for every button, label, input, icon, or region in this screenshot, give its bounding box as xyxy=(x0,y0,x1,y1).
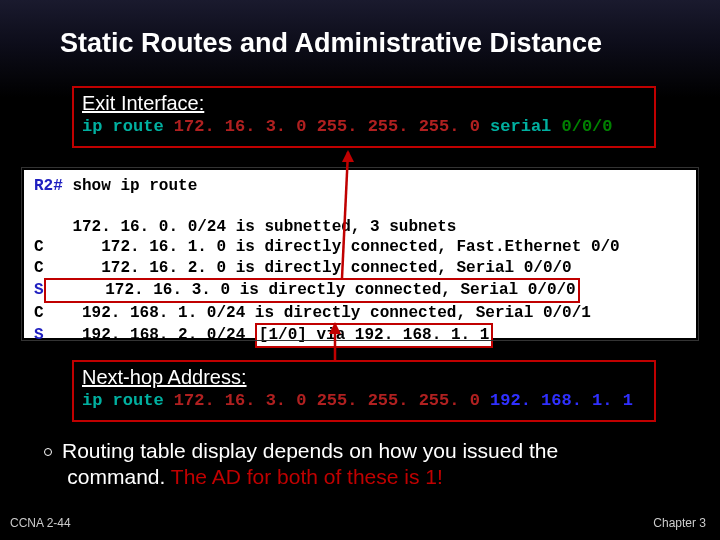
term-s2-code: S xyxy=(34,326,44,344)
cmd-serial-word: serial xyxy=(490,117,551,136)
footer-right: Chapter 3 xyxy=(653,516,706,530)
term-s2-via-highlight: [1/0] via 192. 168. 1. 1 xyxy=(255,323,493,347)
cmd-ip-route-2: ip route xyxy=(82,391,174,410)
bullet-icon xyxy=(44,448,52,456)
svg-marker-1 xyxy=(342,150,354,162)
term-prompt: R2# xyxy=(34,177,72,195)
term-show-cmd: show ip route xyxy=(72,177,197,195)
bullet-line2a: command. xyxy=(67,465,171,488)
terminal-output: R2# show ip route 172. 16. 0. 0/24 is su… xyxy=(22,168,698,340)
term-c2: C 172. 16. 2. 0 is directly connected, S… xyxy=(34,259,572,277)
cmd-dest-2: 172. 16. 3. 0 255. 255. 255. 0 xyxy=(174,391,490,410)
next-hop-label: Next-hop Address: xyxy=(82,366,646,389)
cmd-serial-val: 0/0/0 xyxy=(551,117,612,136)
cmd-nexthop-addr: 192. 168. 1. 1 xyxy=(490,391,633,410)
term-subnetted: 172. 16. 0. 0/24 is subnetted, 3 subnets xyxy=(34,218,456,236)
exit-interface-label: Exit Interface: xyxy=(82,92,646,115)
term-c3: C 192. 168. 1. 0/24 is directly connecte… xyxy=(34,304,591,322)
cmd-dest: 172. 16. 3. 0 255. 255. 255. 0 xyxy=(174,117,490,136)
bullet-ad-text: The AD for both of these is 1! xyxy=(171,465,443,488)
exit-interface-cmd: ip route 172. 16. 3. 0 255. 255. 255. 0 … xyxy=(82,117,646,136)
bullet-text: Routing table display depends on how you… xyxy=(44,438,684,491)
term-c1: C 172. 16. 1. 0 is directly connected, F… xyxy=(34,238,620,256)
page-title: Static Routes and Administrative Distanc… xyxy=(0,0,720,59)
next-hop-cmd: ip route 172. 16. 3. 0 255. 255. 255. 0 … xyxy=(82,391,646,410)
cmd-ip-route: ip route xyxy=(82,117,174,136)
term-s1-code: S xyxy=(34,281,44,299)
footer-left: CCNA 2-44 xyxy=(10,516,71,530)
exit-interface-box: Exit Interface: ip route 172. 16. 3. 0 2… xyxy=(72,86,656,148)
next-hop-box: Next-hop Address: ip route 172. 16. 3. 0… xyxy=(72,360,656,422)
term-s1-highlight: 172. 16. 3. 0 is directly connected, Ser… xyxy=(44,278,580,302)
bullet-line1: Routing table display depends on how you… xyxy=(62,439,558,462)
term-s2-pre: 192. 168. 2. 0/24 xyxy=(44,326,255,344)
